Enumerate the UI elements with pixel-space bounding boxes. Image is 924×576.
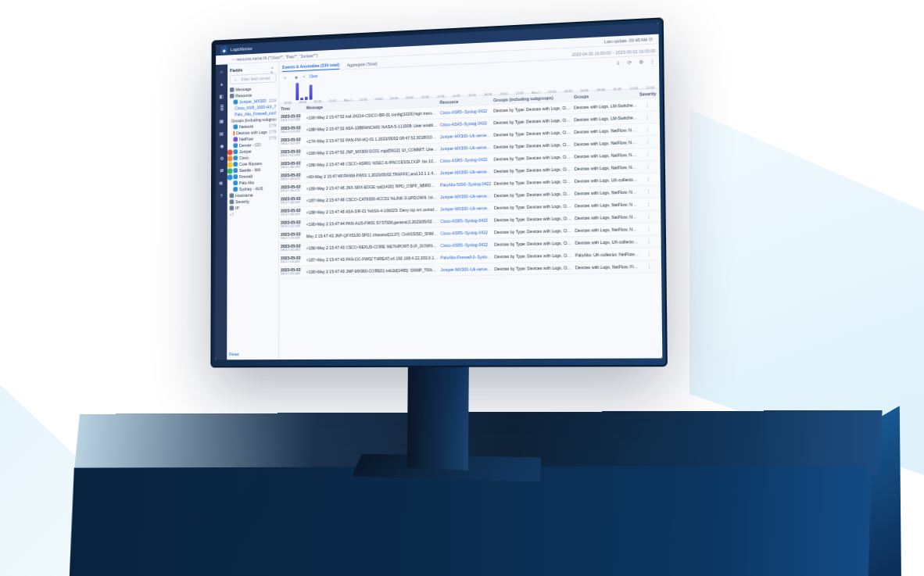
facet-icon: [233, 137, 238, 141]
cell-resource[interactable]: PaloAlto-5000–Syslog-0422: [440, 181, 494, 188]
help-icon[interactable]: ?: [217, 192, 224, 200]
facet-row[interactable]: +7: [229, 210, 276, 218]
facet-icon: [233, 187, 238, 191]
col-resource[interactable]: Resource: [440, 98, 494, 105]
reports-icon[interactable]: ▤: [218, 130, 225, 138]
download-icon[interactable]: ⇩: [614, 59, 621, 66]
facet-count: 1779: [269, 136, 277, 140]
cell-resource[interactable]: Juniper-MX300–Uk-server04: [440, 132, 494, 139]
reset-filters-link[interactable]: Reset: [229, 352, 239, 356]
cell-time: 2023-05-0208:47:48.476: [281, 184, 306, 193]
refresh-icon[interactable]: ⟳: [647, 36, 654, 43]
cell-resource[interactable]: Cisco-ASR5–Syslog-0422: [440, 230, 494, 236]
brand-name: LogicMonitor: [231, 46, 252, 52]
collapse-sidebar-icon[interactable]: ⌄ «: [270, 65, 277, 71]
row-menu-icon[interactable]: ⋮: [640, 139, 658, 145]
facet-tree: MessageResourceJuniper_MX3001234Cisco_AS…: [229, 84, 276, 217]
facet-icon: [230, 88, 235, 92]
monitor: ◆ LogicMonitor ← Last update: 09:48 AM ⟳…: [211, 39, 664, 477]
resources-icon[interactable]: ◧: [218, 92, 225, 100]
dashboards-icon[interactable]: ▦: [218, 117, 225, 125]
settings-icon[interactable]: ⚙: [218, 155, 225, 163]
chart-settings-icon[interactable]: ⚙: [637, 58, 644, 65]
back-arrow-icon[interactable]: ←: [231, 55, 237, 62]
home-icon[interactable]: ⌂: [218, 67, 225, 75]
more-icon[interactable]: ⋮: [649, 57, 656, 64]
sidebar-filter-input[interactable]: ⌕ Filter field names: [230, 73, 277, 84]
alerts-icon[interactable]: ▲: [218, 80, 225, 88]
histogram-bar[interactable]: [310, 84, 313, 99]
cell-resource[interactable]: Juniper-MX300–Uk-server04: [440, 193, 494, 199]
cell-groups: Devices with Logs, NetFlow, Network Serv…: [575, 227, 640, 233]
cell-groups: Devices with Logs, LM-Switches, Core Rou…: [574, 115, 639, 122]
cell-time: 2023-05-0208:47:52.033: [281, 149, 306, 158]
facet-label: IP: [235, 206, 239, 210]
severity-pill[interactable]: [227, 162, 233, 167]
row-menu-icon[interactable]: ⋮: [640, 164, 658, 170]
facet-label: Sydney - AUS: [239, 186, 263, 191]
row-menu-icon[interactable]: ⋮: [639, 127, 657, 132]
facet-label: Cisco: [239, 156, 249, 160]
severity-pill[interactable]: [227, 168, 233, 174]
cell-resource[interactable]: Juniper-MX300–Uk-server04: [440, 145, 494, 152]
row-menu-icon[interactable]: ⋮: [639, 114, 657, 120]
facet-icon: [230, 199, 235, 204]
clear-filters-button[interactable]: Clear: [309, 74, 317, 79]
row-menu-icon[interactable]: ⋮: [641, 213, 660, 219]
sidebar-title: Fields: [230, 67, 242, 73]
cell-time: 2023-05-0208:47:52.033: [281, 126, 306, 134]
cell-time: 2023-05-0208:47:43.460: [281, 256, 306, 265]
row-menu-icon[interactable]: ⋮: [640, 177, 659, 182]
cell-groups-inc: Devices by Type: Devices with Logs, Cis…: [494, 228, 575, 235]
chart-refresh-icon[interactable]: ⟳: [626, 59, 633, 66]
col-time[interactable]: Time: [281, 105, 306, 110]
cell-time: 2023-05-0208:47:48.349: [281, 209, 306, 217]
cell-groups: Devices with Logs, NetFlow, Network Serv…: [575, 214, 640, 220]
row-menu-icon[interactable]: ⋮: [641, 238, 660, 244]
app-screen: ◆ LogicMonitor ← Last update: 09:48 AM ⟳…: [215, 23, 662, 360]
cell-resource[interactable]: Cisco-ASR5–Syslog-0422: [440, 108, 494, 115]
cell-groups-inc: Devices by Type: Devices with Logs, Cis…: [493, 130, 574, 138]
severity-pill[interactable]: [227, 149, 233, 155]
exchange-icon[interactable]: ⇄: [218, 167, 225, 175]
cell-resource[interactable]: Juniper-MX300–Uk-server04: [440, 206, 494, 212]
severity-pill[interactable]: [227, 174, 233, 180]
row-menu-icon[interactable]: ⋮: [641, 226, 660, 231]
row-menu-icon[interactable]: ⋮: [641, 251, 660, 256]
row-menu-icon[interactable]: ⋮: [641, 263, 660, 269]
col-groups-inc[interactable]: Groups (including subgroups): [493, 94, 574, 102]
cell-time: 2023-05-0208:47:44.148: [281, 220, 306, 229]
tab-aggregate[interactable]: Aggregate (Total): [347, 59, 378, 69]
col-severity[interactable]: Severity: [639, 91, 657, 96]
search-icon[interactable]: ⌕: [282, 74, 288, 80]
star-icon[interactable]: ★: [293, 73, 299, 80]
logs-icon[interactable]: ≣: [218, 105, 225, 113]
histogram-bar[interactable]: [300, 98, 303, 100]
tools-icon[interactable]: 🛠: [218, 180, 225, 188]
main-panel: Events & Anomalies (234 total) Aggregate…: [279, 44, 662, 360]
row-menu-icon[interactable]: ⋮: [640, 188, 659, 194]
cell-resource[interactable]: Juniper-MX300–Uk-server04: [441, 267, 495, 272]
cell-resource[interactable]: Cisco-ASR5–Syslog-0422: [440, 157, 494, 163]
row-menu-icon[interactable]: ⋮: [640, 201, 659, 206]
cell-resource[interactable]: Cisco-ASA5–Syslog-0422: [440, 120, 494, 127]
cell-resource[interactable]: Cisco-ASR5–Syslog-0422: [440, 242, 494, 249]
sidebar-title-row: Fields ⌄ «: [230, 65, 277, 73]
severity-pill[interactable]: [227, 156, 233, 161]
row-menu-icon[interactable]: ⋮: [640, 152, 658, 157]
col-groups[interactable]: Groups: [574, 91, 639, 99]
cell-resource[interactable]: PaloAlto-Firewall-0–Syslog-06…: [440, 254, 494, 259]
maps-icon[interactable]: ◉: [218, 142, 225, 150]
cell-groups-inc: Devices by Type: Devices with Logs, Cis…: [494, 166, 575, 174]
histogram-bar[interactable]: [295, 83, 299, 100]
cell-resource[interactable]: Juniper-MX300–Uk-server04: [440, 169, 494, 175]
time-range-label[interactable]: 2023-04-30 16:00:00 – 2023-05-02 16:00:0…: [571, 48, 655, 56]
row-menu-icon[interactable]: ⋮: [639, 102, 657, 107]
monitor-stand-neck: [407, 356, 469, 470]
cell-groups-inc: Devices by Type: Devices with Logs, Cis…: [493, 117, 574, 125]
cell-message: <190>May 2 15:47:44 PAN-AUS-FW01 SYSTEM,…: [306, 219, 440, 227]
facet-label: Severity: [235, 199, 249, 204]
histogram-bar[interactable]: [305, 97, 308, 100]
cell-resource[interactable]: Cisco-ASR5–Syslog-0422: [440, 217, 494, 224]
cell-groups: Devices with Logs, NetFlow, Network Serv…: [575, 164, 640, 171]
